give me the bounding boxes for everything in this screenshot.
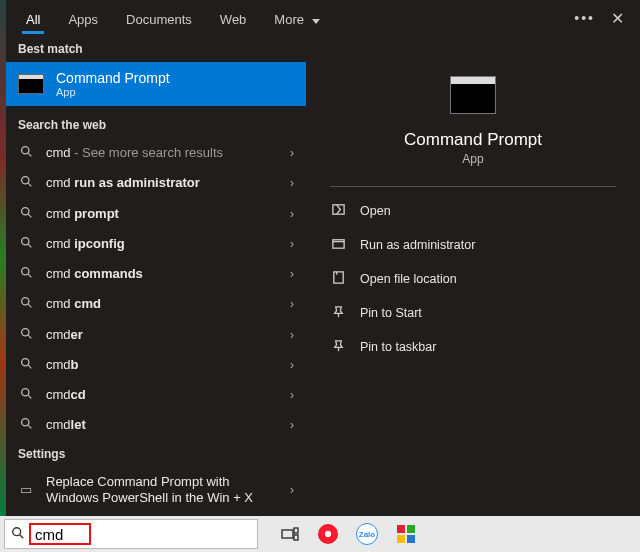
action-open[interactable]: Open	[330, 197, 616, 225]
tab-web[interactable]: Web	[206, 4, 261, 33]
web-result-1[interactable]: cmd run as administrator›	[6, 168, 306, 198]
search-icon	[11, 526, 25, 543]
taskbar: Zalo	[0, 516, 640, 552]
web-result-text: cmdb	[46, 357, 278, 373]
search-query-highlight	[29, 523, 91, 545]
svg-point-5	[21, 298, 28, 305]
tab-documents[interactable]: Documents	[112, 4, 206, 33]
web-result-text: cmd ipconfig	[46, 236, 278, 252]
opera-icon[interactable]	[318, 524, 338, 544]
web-result-5[interactable]: cmd cmd›	[6, 289, 306, 319]
action-pin-taskbar-label: Pin to taskbar	[360, 340, 436, 354]
web-result-6[interactable]: cmder›	[6, 320, 306, 350]
settings-item-replace-cmd[interactable]: ▭ Replace Command Prompt with Windows Po…	[6, 467, 306, 514]
search-icon	[18, 206, 34, 222]
svg-rect-15	[294, 528, 298, 533]
search-icon	[18, 236, 34, 252]
svg-point-1	[21, 177, 28, 184]
best-match-item[interactable]: Command Prompt App	[6, 62, 306, 106]
svg-point-4	[21, 268, 28, 275]
detail-pane: Command Prompt App Open Run as administr…	[306, 36, 640, 516]
section-settings: Settings	[6, 441, 306, 467]
chevron-right-icon: ›	[290, 146, 294, 160]
chevron-right-icon: ›	[290, 297, 294, 311]
best-match-title: Command Prompt	[56, 70, 170, 86]
detail-type: App	[462, 152, 483, 166]
svg-point-2	[21, 207, 28, 214]
search-icon	[18, 417, 34, 433]
svg-point-9	[21, 419, 28, 426]
web-result-text: cmdlet	[46, 417, 278, 433]
web-result-9[interactable]: cmdlet›	[6, 410, 306, 440]
search-panel: All Apps Documents Web More ••• ✕ Best m…	[6, 0, 640, 516]
svg-point-13	[13, 527, 21, 535]
action-open-label: Open	[360, 204, 391, 218]
task-view-icon[interactable]	[280, 524, 300, 544]
web-result-2[interactable]: cmd prompt›	[6, 199, 306, 229]
web-result-4[interactable]: cmd commands›	[6, 259, 306, 289]
svg-point-0	[21, 147, 28, 154]
search-icon	[18, 145, 34, 161]
chevron-right-icon: ›	[290, 237, 294, 251]
chevron-right-icon: ›	[290, 267, 294, 281]
settings-item-label: Replace Command Prompt with Windows Powe…	[46, 474, 278, 507]
svg-point-6	[21, 328, 28, 335]
web-result-text: cmd cmd	[46, 296, 278, 312]
app-tile-icon	[450, 76, 496, 114]
search-icon	[18, 296, 34, 312]
pin-icon	[330, 338, 346, 356]
search-input[interactable]	[35, 526, 85, 543]
svg-rect-12	[333, 272, 342, 283]
search-icon	[18, 357, 34, 373]
chevron-right-icon: ›	[290, 388, 294, 402]
taskbar-search[interactable]	[4, 519, 258, 549]
web-result-text: cmder	[46, 327, 278, 343]
chevron-right-icon: ›	[290, 483, 294, 497]
zalo-icon[interactable]: Zalo	[356, 523, 378, 545]
tab-more[interactable]: More	[260, 4, 333, 33]
svg-rect-14	[282, 530, 293, 538]
svg-point-3	[21, 238, 28, 245]
web-result-8[interactable]: cmdcd›	[6, 380, 306, 410]
action-run-admin[interactable]: Run as administrator	[330, 231, 616, 259]
tab-all[interactable]: All	[12, 4, 54, 33]
section-search-web: Search the web	[6, 112, 306, 138]
web-result-text: cmd run as administrator	[46, 175, 278, 191]
tab-apps[interactable]: Apps	[54, 4, 112, 33]
action-run-admin-label: Run as administrator	[360, 238, 475, 252]
search-icon	[18, 266, 34, 282]
svg-point-7	[21, 359, 28, 366]
close-icon[interactable]: ✕	[611, 9, 624, 28]
chevron-down-icon	[312, 19, 320, 24]
web-result-text: cmd prompt	[46, 206, 278, 222]
action-pin-start[interactable]: Pin to Start	[330, 299, 616, 327]
tab-more-label: More	[274, 12, 304, 27]
chevron-right-icon: ›	[290, 418, 294, 432]
command-prompt-icon	[18, 74, 44, 94]
divider	[330, 186, 616, 187]
action-open-location[interactable]: Open file location	[330, 265, 616, 293]
web-result-7[interactable]: cmdb›	[6, 350, 306, 380]
svg-point-8	[21, 389, 28, 396]
web-result-text: cmdcd	[46, 387, 278, 403]
web-result-3[interactable]: cmd ipconfig›	[6, 229, 306, 259]
pin-icon	[330, 304, 346, 322]
search-icon	[18, 327, 34, 343]
web-result-0[interactable]: cmd - See more search results›	[6, 138, 306, 168]
action-pin-taskbar[interactable]: Pin to taskbar	[330, 333, 616, 361]
folder-icon	[330, 270, 346, 288]
results-list: Best match Command Prompt App Search the…	[6, 36, 306, 516]
detail-title: Command Prompt	[404, 130, 542, 150]
snip-icon[interactable]	[396, 524, 416, 544]
search-icon	[18, 175, 34, 191]
open-icon	[330, 202, 346, 220]
more-options-icon[interactable]: •••	[574, 10, 595, 26]
web-result-text: cmd - See more search results	[46, 145, 278, 161]
web-result-text: cmd commands	[46, 266, 278, 282]
chevron-right-icon: ›	[290, 176, 294, 190]
action-open-location-label: Open file location	[360, 272, 457, 286]
chevron-right-icon: ›	[290, 328, 294, 342]
svg-rect-16	[294, 535, 298, 540]
chevron-right-icon: ›	[290, 207, 294, 221]
search-tabs: All Apps Documents Web More ••• ✕	[6, 0, 640, 36]
